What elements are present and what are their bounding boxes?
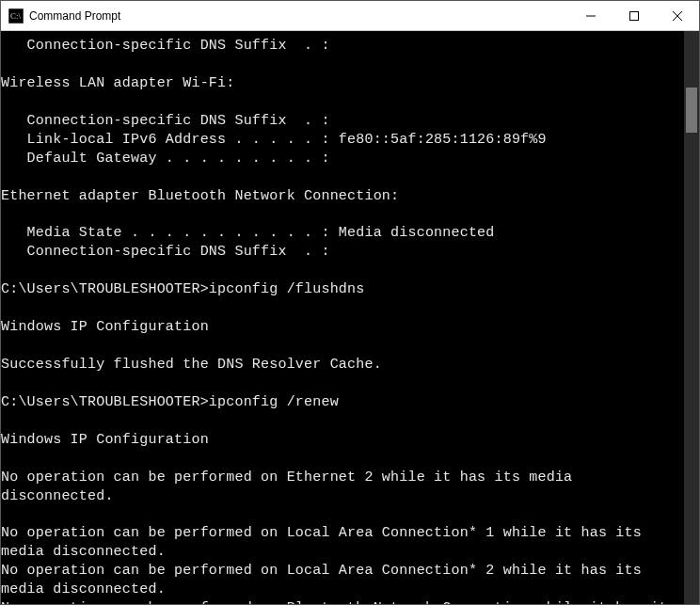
terminal-line: No operation can be performed on Bluetoo…	[1, 599, 684, 604]
terminal-line	[1, 450, 684, 469]
terminal-line: Link-local IPv6 Address . . . . . : fe80…	[1, 131, 684, 150]
scrollbar-thumb[interactable]	[686, 88, 697, 133]
terminal-line	[1, 337, 684, 356]
terminal-line	[1, 299, 684, 318]
terminal-line: Ethernet adapter Bluetooth Network Conne…	[1, 187, 684, 206]
maximize-button[interactable]	[612, 1, 656, 30]
terminal-line: C:\Users\TROUBLESHOOTER>ipconfig /renew	[1, 393, 684, 412]
svg-rect-3	[630, 11, 639, 20]
close-button[interactable]	[656, 1, 699, 30]
terminal-line: Connection-specific DNS Suffix . :	[1, 243, 684, 262]
terminal-output[interactable]: Connection-specific DNS Suffix . : Wirel…	[1, 31, 684, 604]
terminal-line: Windows IP Configuration	[1, 431, 684, 450]
terminal-line	[1, 374, 684, 393]
minimize-button[interactable]	[569, 1, 612, 30]
terminal-line: Media State . . . . . . . . . . . : Medi…	[1, 224, 684, 243]
terminal-line	[1, 168, 684, 187]
terminal-line: Connection-specific DNS Suffix . :	[1, 112, 684, 131]
window-controls	[569, 1, 699, 30]
terminal-line	[1, 412, 684, 431]
terminal-line: No operation can be performed on Etherne…	[1, 469, 684, 506]
terminal-line: Default Gateway . . . . . . . . . :	[1, 150, 684, 168]
terminal-line: Windows IP Configuration	[1, 318, 684, 337]
cmd-app-icon: C:\	[8, 8, 24, 24]
terminal-line	[1, 505, 684, 524]
terminal-line: Connection-specific DNS Suffix . :	[1, 37, 684, 56]
svg-text:C:\: C:\	[10, 11, 22, 21]
terminal-line	[1, 56, 684, 74]
terminal-line: Wireless LAN adapter Wi-Fi:	[1, 74, 684, 93]
terminal-line	[1, 262, 684, 280]
terminal-line	[1, 205, 684, 224]
vertical-scrollbar[interactable]	[684, 31, 699, 604]
terminal-line	[1, 93, 684, 112]
terminal-line: No operation can be performed on Local A…	[1, 562, 684, 599]
terminal-area: Connection-specific DNS Suffix . : Wirel…	[1, 31, 699, 604]
terminal-line: No operation can be performed on Local A…	[1, 524, 684, 562]
terminal-line: Successfully flushed the DNS Resolver Ca…	[1, 356, 684, 374]
window-title: Command Prompt	[29, 9, 120, 23]
terminal-line: C:\Users\TROUBLESHOOTER>ipconfig /flushd…	[1, 280, 684, 299]
titlebar[interactable]: C:\ Command Prompt	[1, 1, 699, 31]
